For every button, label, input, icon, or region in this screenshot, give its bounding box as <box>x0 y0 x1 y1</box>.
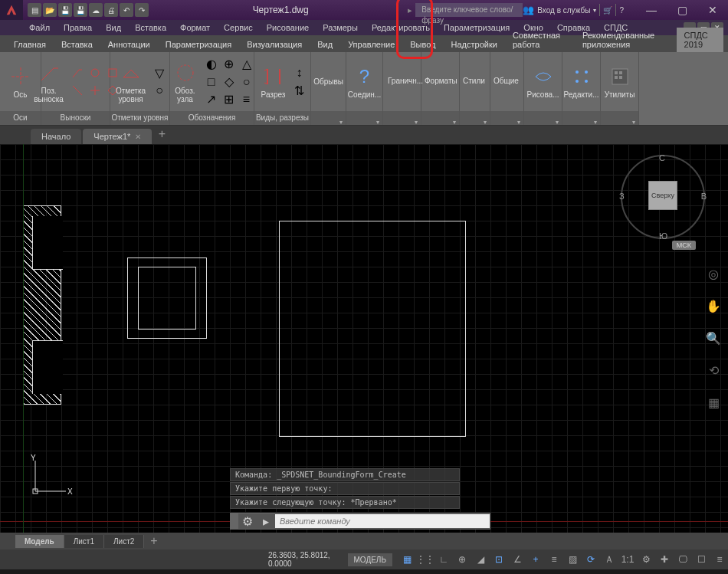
panel-oboz-label[interactable]: Обозначения <box>170 111 254 125</box>
sb-snap-icon[interactable]: ⋮⋮ <box>417 552 434 567</box>
ribbon-tab-insert[interactable]: Вставка <box>54 37 100 52</box>
ribbon-tab-addins[interactable]: Надстройки <box>444 37 505 52</box>
oboz4-icon[interactable]: □ <box>204 74 219 90</box>
qat-undo-icon[interactable]: ↶ <box>120 3 133 17</box>
qat-cloud-icon[interactable]: ☁ <box>89 3 103 17</box>
oboz3-icon[interactable]: △ <box>239 57 254 72</box>
layout-add-button[interactable]: + <box>144 534 163 548</box>
sb-lwt-icon[interactable]: ≡ <box>546 552 562 567</box>
minimize-button[interactable]: — <box>636 0 667 20</box>
filetab-drawing1[interactable]: Чертеж1*✕ <box>83 129 152 144</box>
ribbon-tab-visualize[interactable]: Визуализация <box>239 37 310 52</box>
viewcube-e[interactable]: В <box>701 192 707 201</box>
draw-button[interactable]: Рисова... <box>523 63 562 100</box>
oboz9-icon[interactable]: ≡ <box>239 92 254 107</box>
oboz8-icon[interactable]: ⊞ <box>221 92 237 107</box>
sb-polar-icon[interactable]: ⊕ <box>454 552 471 567</box>
cmdbar-grip[interactable] <box>231 513 238 529</box>
help-icon[interactable]: ? <box>619 6 624 15</box>
ucs-icon[interactable]: YX <box>28 453 74 502</box>
oboz7-icon[interactable]: ↗ <box>204 92 219 107</box>
ribbon-tab-apps[interactable]: Рекомендованные приложения <box>575 28 677 52</box>
sb-dyn-icon[interactable]: + <box>527 552 544 567</box>
maximize-button[interactable]: ▢ <box>667 0 697 20</box>
nav-orbit-icon[interactable]: ⟲ <box>705 363 722 380</box>
viewcube-top[interactable]: Сверху <box>648 181 677 210</box>
close-icon[interactable]: ✕ <box>135 133 141 141</box>
razrez1-icon[interactable]: ↕ <box>292 65 307 80</box>
filetab-start[interactable]: Начало <box>31 129 81 144</box>
qat-new-icon[interactable]: ▤ <box>28 3 41 17</box>
oboz5-icon[interactable]: ◇ <box>221 74 237 90</box>
node-mark-button[interactable]: Обоз. узла <box>170 59 201 105</box>
menu-edit[interactable]: Правка <box>57 21 98 34</box>
qat-redo-icon[interactable]: ↷ <box>135 3 149 17</box>
ribbon-tab-collab[interactable]: Совместная работа <box>505 28 575 52</box>
menu-service[interactable]: Сервис <box>218 21 259 34</box>
pos-vynoska-button[interactable]: Поз. выноска <box>31 59 67 105</box>
edit-button[interactable]: Редакти... <box>561 63 602 100</box>
ribbon-tab-spds[interactable]: СПДС 2019 <box>677 28 723 52</box>
qat-plot-icon[interactable]: 🖨 <box>104 3 118 17</box>
menu-draw[interactable]: Рисование <box>261 21 315 34</box>
sb-otrack-icon[interactable]: ∠ <box>509 552 526 567</box>
ribbon-tab-output[interactable]: Вывод <box>402 37 443 52</box>
viewcube-w[interactable]: З <box>619 192 625 201</box>
join-button[interactable]: ?Соедин... <box>345 63 384 100</box>
cmdbar-chevron-icon[interactable]: ▸ <box>257 514 275 529</box>
user-icon[interactable]: 👥 <box>523 5 534 15</box>
help-search-input[interactable]: Введите ключевое слово/фразу <box>415 3 523 17</box>
menu-modify[interactable]: Редактировать <box>366 21 436 34</box>
sb-ortho-icon[interactable]: ∟ <box>435 552 452 567</box>
nav-showmotion-icon[interactable]: ▦ <box>705 395 722 412</box>
ribbon-tab-home[interactable]: Главная <box>6 37 54 52</box>
panel-vynoski-label[interactable]: Выноски <box>41 111 110 125</box>
sb-iso2-icon[interactable]: ☐ <box>693 552 710 567</box>
layout-sheet1[interactable]: Лист1 <box>64 535 104 548</box>
command-input[interactable] <box>275 514 490 528</box>
cart-icon[interactable]: 🛒 <box>603 6 612 15</box>
nav-pan-icon[interactable]: ✋ <box>705 299 722 316</box>
viewcube-n[interactable]: С <box>659 153 665 162</box>
ribbon-tab-manage[interactable]: Управление <box>340 37 402 52</box>
app-logo[interactable] <box>0 0 23 20</box>
layout-sheet2[interactable]: Лист2 <box>104 535 144 548</box>
viewcube-s[interactable]: Ю <box>659 231 667 241</box>
oboz1-icon[interactable]: ◐ <box>204 57 219 72</box>
oboz6-icon[interactable]: ○ <box>239 74 254 90</box>
panel-razrez-label[interactable]: Виды, разрезы <box>254 111 310 125</box>
leader-tool5-icon[interactable] <box>87 83 103 98</box>
section-button[interactable]: Разрез <box>258 63 289 100</box>
sb-trans-icon[interactable]: ▨ <box>564 552 581 567</box>
menu-insert[interactable]: Вставка <box>129 21 172 34</box>
sb-grid-icon[interactable]: ▦ <box>398 552 415 567</box>
ribbon-tab-parametric[interactable]: Параметризация <box>158 37 239 52</box>
cmdbar-settings-icon[interactable]: ⚙ <box>238 514 257 529</box>
layout-model[interactable]: Модель <box>15 535 64 548</box>
close-button[interactable]: ✕ <box>697 0 728 20</box>
leader-tool2-icon[interactable] <box>87 65 103 80</box>
utilities-button[interactable]: Утилиты <box>602 63 638 100</box>
sb-iso-icon[interactable]: ◢ <box>472 552 489 567</box>
sb-monitor-icon[interactable]: 🖵 <box>674 552 691 567</box>
mark-tool1-icon[interactable]: ▽ <box>152 65 167 80</box>
sb-custom-icon[interactable]: ≡ <box>711 552 728 567</box>
panel-axes-label[interactable]: Оси <box>0 111 41 125</box>
sb-cycle-icon[interactable]: ⟳ <box>582 552 599 567</box>
leader-tool4-icon[interactable] <box>70 83 85 98</box>
drawing-canvas[interactable]: YX Сверху С Ю З В МСК ◎ ✋ 🔍 ⟲ ▦ Команда:… <box>0 144 728 533</box>
sb-gear-icon[interactable]: ⚙ <box>638 552 654 567</box>
wcs-badge[interactable]: МСК <box>672 241 696 250</box>
oboz2-icon[interactable]: ⊕ <box>221 57 237 72</box>
filetab-add-button[interactable]: + <box>153 124 170 144</box>
menu-dimensions[interactable]: Размеры <box>316 21 364 34</box>
leader-tool-icon[interactable] <box>70 65 85 80</box>
sb-anno-icon[interactable]: Ａ <box>601 552 618 567</box>
ribbon-tab-view[interactable]: Вид <box>310 37 340 52</box>
sb-osnap-icon[interactable]: ⊡ <box>490 552 507 567</box>
level-mark-button[interactable]: Отметка уровня <box>113 59 149 105</box>
login-link[interactable]: Вход в службы <box>537 6 590 15</box>
qat-save-icon[interactable]: 💾 <box>58 3 72 17</box>
nav-zoom-icon[interactable]: 🔍 <box>705 331 722 348</box>
sb-scale-icon[interactable]: 1:1 <box>619 552 636 567</box>
